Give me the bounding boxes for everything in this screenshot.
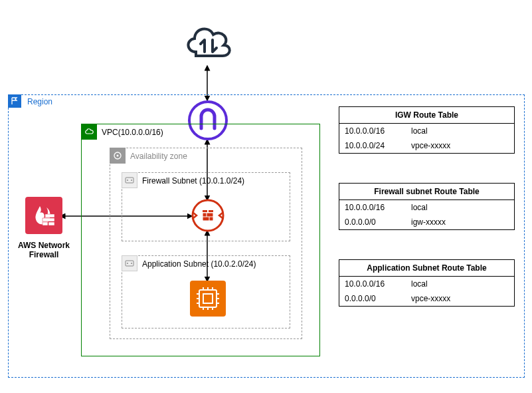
subnet-icon bbox=[122, 172, 137, 188]
svg-rect-35 bbox=[43, 218, 54, 221]
table-row: 10.0.0.0/24 vpce-xxxxx bbox=[339, 138, 514, 153]
application-instance-icon bbox=[190, 281, 226, 317]
svg-rect-22 bbox=[203, 294, 213, 303]
svg-rect-7 bbox=[126, 178, 133, 183]
firewall-endpoint-icon bbox=[191, 198, 225, 233]
application-route-table-title: Application Subnet Route Table bbox=[339, 260, 514, 277]
igw-route-table-title: IGW Route Table bbox=[339, 107, 514, 124]
firewall-route-table-title: Firewall subnet Route Table bbox=[339, 184, 514, 200]
svg-point-20 bbox=[131, 263, 132, 264]
region-flag-icon bbox=[8, 94, 21, 108]
svg-point-6 bbox=[117, 155, 119, 157]
az-label: Availability zone bbox=[130, 152, 187, 161]
az-location-icon bbox=[110, 148, 126, 164]
region-label: Region bbox=[27, 97, 52, 106]
application-route-table: Application Subnet Route Table 10.0.0.0/… bbox=[339, 259, 515, 307]
svg-rect-12 bbox=[203, 210, 207, 212]
svg-rect-37 bbox=[48, 222, 54, 225]
svg-rect-13 bbox=[209, 210, 213, 212]
vpc-label: VPC(10.0.0.0/16) bbox=[102, 128, 163, 137]
table-row: 10.0.0.0/16 local bbox=[339, 124, 514, 138]
table-row: 0.0.0.0/0 vpce-xxxxx bbox=[339, 291, 514, 306]
svg-rect-38 bbox=[45, 214, 54, 217]
svg-point-19 bbox=[127, 263, 128, 264]
vpc-cloud-icon bbox=[81, 124, 97, 140]
svg-point-9 bbox=[131, 180, 132, 181]
svg-point-8 bbox=[127, 180, 128, 181]
firewall-route-table: Firewall subnet Route Table 10.0.0.0/16 … bbox=[339, 183, 515, 230]
aws-network-firewall-icon bbox=[24, 197, 64, 234]
svg-rect-36 bbox=[43, 222, 48, 225]
table-row: 10.0.0.0/16 local bbox=[339, 200, 514, 215]
application-subnet-label: Application Subnet (10.0.2.0/24) bbox=[142, 259, 256, 269]
subnet-icon bbox=[122, 255, 137, 271]
svg-rect-21 bbox=[199, 290, 217, 307]
firewall-subnet-label: Firewall Subnet (10.0.1.0/24) bbox=[142, 176, 244, 186]
table-row: 0.0.0.0/0 igw-xxxxx bbox=[339, 215, 514, 229]
aws-network-firewall-label: AWS NetworkFirewall bbox=[11, 237, 77, 260]
table-row: 10.0.0.0/16 local bbox=[339, 277, 514, 291]
internet-cloud-icon bbox=[183, 20, 234, 65]
igw-route-table: IGW Route Table 10.0.0.0/16 local 10.0.0… bbox=[339, 106, 515, 154]
svg-rect-18 bbox=[126, 261, 133, 266]
